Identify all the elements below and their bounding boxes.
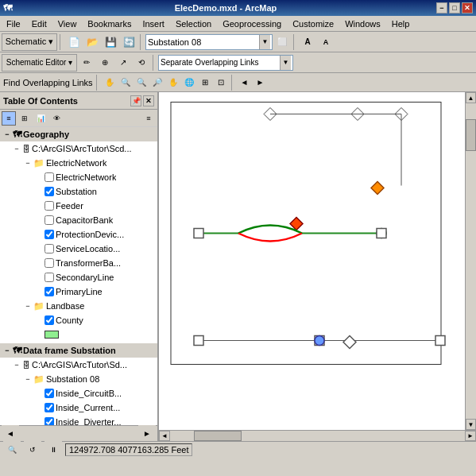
electricnetwork-group[interactable]: 📁 ElectricNetwork bbox=[0, 156, 157, 170]
schematic-dropdown-arrow[interactable]: ▼ bbox=[259, 35, 270, 49]
status-pause-btn[interactable]: ⏸ bbox=[45, 441, 62, 459]
editor-dropdown[interactable]: ▼ bbox=[158, 55, 293, 71]
open-btn[interactable]: 📂 bbox=[83, 33, 101, 51]
editor-menu-btn[interactable]: Schematic Editor ▾ bbox=[2, 54, 77, 72]
electricnetwork-check[interactable] bbox=[45, 172, 54, 182]
substation08-expand[interactable] bbox=[22, 373, 33, 385]
capacitorbank-check[interactable] bbox=[45, 215, 54, 225]
inside-circuitb-check[interactable] bbox=[45, 389, 54, 398]
protectiondevice-check[interactable] bbox=[45, 230, 54, 239]
inside-diverter[interactable]: Inside_Diverter... bbox=[0, 415, 157, 425]
extent-btn2[interactable]: ⊡ bbox=[214, 75, 228, 90]
toc-list-btn[interactable]: ≡ bbox=[2, 111, 16, 126]
menu-selection[interactable]: Selection bbox=[171, 16, 216, 31]
scroll-right-btn[interactable]: ► bbox=[465, 431, 476, 441]
update-btn[interactable]: 🔄 bbox=[120, 33, 137, 51]
close-button[interactable]: ✕ bbox=[462, 2, 473, 14]
scroll-track-h[interactable] bbox=[170, 431, 465, 441]
feeder-check[interactable] bbox=[45, 201, 54, 211]
substation08-group[interactable]: 📁 Substation 08 bbox=[0, 372, 157, 386]
path1-item[interactable]: 🗄 C:\ArcGIS\ArcTutor\Scd... bbox=[0, 141, 157, 156]
secondaryline-check[interactable] bbox=[45, 273, 54, 282]
editor-input[interactable] bbox=[161, 58, 280, 67]
maximize-button[interactable]: □ bbox=[449, 2, 460, 14]
landbase-group[interactable]: 📁 Landbase bbox=[0, 299, 157, 313]
servicelocation-layer[interactable]: ServiceLocatio... bbox=[0, 242, 157, 256]
toc-pin-btn[interactable]: 📌 bbox=[130, 95, 141, 106]
toc-options-btn[interactable]: ≡ bbox=[141, 111, 156, 126]
toc-visibility-btn[interactable]: 👁 bbox=[49, 111, 64, 126]
pan-btn[interactable]: ✋ bbox=[166, 75, 180, 90]
menu-edit[interactable]: Edit bbox=[27, 16, 52, 31]
scroll-thumb-v[interactable] bbox=[466, 119, 476, 151]
schematic-input[interactable] bbox=[148, 37, 259, 47]
inside-current[interactable]: Inside_Current... bbox=[0, 401, 157, 415]
servicelocation-check[interactable] bbox=[45, 244, 54, 253]
scroll-track-v[interactable] bbox=[466, 103, 476, 419]
text-btn[interactable]: A bbox=[299, 33, 316, 51]
editor-btn2[interactable]: ⊕ bbox=[96, 54, 114, 72]
inside-current-check[interactable] bbox=[45, 403, 54, 412]
map-drawing[interactable] bbox=[159, 92, 465, 430]
path2-expand[interactable] bbox=[11, 359, 22, 370]
status-zoom-btn[interactable]: 🔍 bbox=[3, 441, 21, 459]
capacitorbank-layer[interactable]: CapacitorBank bbox=[0, 213, 157, 227]
protectiondevice-layer[interactable]: ProtectionDevic... bbox=[0, 227, 157, 242]
menu-view[interactable]: View bbox=[53, 16, 82, 31]
schematic-menu-btn[interactable]: Schematic ▾ bbox=[2, 33, 57, 51]
menu-geoprocessing[interactable]: Geoprocessing bbox=[218, 16, 286, 31]
scroll-thumb-h[interactable] bbox=[194, 431, 242, 441]
geography-frame[interactable]: 🗺 Geography bbox=[0, 127, 157, 141]
menu-insert[interactable]: Insert bbox=[137, 16, 169, 31]
primaryline-check[interactable] bbox=[45, 287, 54, 296]
secondaryline-layer[interactable]: SecondaryLine bbox=[0, 270, 157, 284]
dataframe-substation[interactable]: 🗺 Data frame Substation bbox=[0, 343, 157, 358]
menu-file[interactable]: File bbox=[2, 16, 25, 31]
schematic-dropdown[interactable]: ▼ bbox=[145, 34, 273, 50]
county-check[interactable] bbox=[45, 315, 54, 325]
text-btn2[interactable]: A bbox=[317, 33, 335, 51]
transformerba-layer[interactable]: TransformerBa... bbox=[0, 256, 157, 270]
substation-check[interactable] bbox=[45, 187, 54, 196]
editor-btn3[interactable]: ↗ bbox=[114, 54, 132, 72]
electricnetwork-layer[interactable]: ElectricNetwork bbox=[0, 170, 157, 184]
scroll-up-btn[interactable]: ▲ bbox=[466, 92, 476, 103]
minimize-button[interactable]: − bbox=[436, 2, 447, 14]
toc-close-btn[interactable]: ✕ bbox=[143, 95, 154, 106]
scroll-left-btn[interactable]: ◄ bbox=[159, 431, 170, 441]
forward-btn[interactable]: ► bbox=[253, 75, 268, 90]
path2-item[interactable]: 🗄 C:\ArcGIS\ArcTutor\Sd... bbox=[0, 358, 157, 372]
nav-btn4[interactable]: 🔎 bbox=[150, 75, 164, 90]
scroll-down-btn[interactable]: ▼ bbox=[466, 419, 476, 430]
dataframe-expand[interactable] bbox=[2, 345, 13, 356]
nav-btn3[interactable]: 🔍 bbox=[134, 75, 149, 90]
back-btn[interactable]: ◄ bbox=[238, 75, 252, 90]
save-btn[interactable]: 💾 bbox=[102, 33, 119, 51]
electricnetwork-expand[interactable] bbox=[22, 157, 33, 168]
landbase-expand[interactable] bbox=[22, 300, 33, 312]
path1-expand[interactable] bbox=[11, 143, 22, 154]
browse-btn[interactable]: ⬜ bbox=[273, 33, 291, 51]
menu-help[interactable]: Help bbox=[387, 16, 415, 31]
toc-layers-btn[interactable]: ⊞ bbox=[17, 111, 32, 126]
menu-customize[interactable]: Customize bbox=[288, 16, 339, 31]
geography-expand[interactable] bbox=[2, 129, 13, 140]
menu-bookmarks[interactable]: Bookmarks bbox=[83, 16, 136, 31]
status-refresh-btn[interactable]: ↺ bbox=[24, 441, 41, 459]
feeder-layer[interactable]: Feeder bbox=[0, 199, 157, 213]
substation-layer[interactable]: Substation bbox=[0, 184, 157, 199]
editor-btn1[interactable]: ✏ bbox=[78, 54, 95, 72]
transformerba-check[interactable] bbox=[45, 258, 54, 268]
editor-dropdown-arrow[interactable]: ▼ bbox=[280, 56, 291, 70]
primaryline-layer[interactable]: PrimaryLine bbox=[0, 284, 157, 299]
county-layer[interactable]: County bbox=[0, 313, 157, 327]
nav-btn1[interactable]: ✋ bbox=[103, 75, 117, 90]
menu-windows[interactable]: Windows bbox=[340, 16, 385, 31]
toc-source-btn[interactable]: 📊 bbox=[33, 111, 48, 126]
extent-btn1[interactable]: ⊞ bbox=[198, 75, 212, 90]
toc-scroll-right[interactable]: ► bbox=[138, 425, 156, 442]
nav-btn2[interactable]: 🔍 bbox=[118, 75, 133, 90]
toc-scroll-left[interactable]: ◄ bbox=[2, 425, 19, 442]
inside-circuitb[interactable]: Inside_CircuitB... bbox=[0, 386, 157, 401]
globe-btn[interactable]: 🌐 bbox=[182, 75, 196, 90]
